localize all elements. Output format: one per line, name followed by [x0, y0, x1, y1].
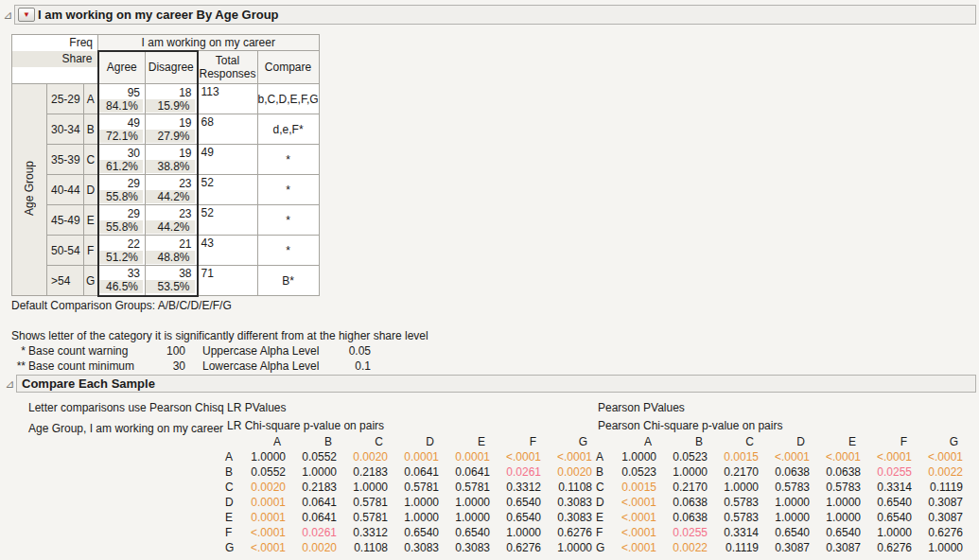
age-group-cell: 45-49: [47, 205, 84, 236]
lr-pvalue-cell: 0.0641: [445, 464, 496, 480]
disagree-count: 18: [146, 86, 197, 99]
total-responses-cell: 43: [198, 236, 258, 266]
disagree-count: 23: [146, 177, 197, 190]
pearson-pvalue-cell: 0.3314: [866, 480, 918, 495]
lr-row: B0.05521.00000.21830.06410.06410.02610.0…: [225, 464, 598, 480]
lr-pvalue-cell: 0.3083: [547, 495, 598, 510]
lr-pvalue-cell: 0.6540: [496, 495, 547, 510]
lr-column-header: C: [342, 434, 393, 449]
row-axis-label: Age Group: [23, 161, 36, 216]
pearson-row-label: A: [596, 449, 611, 464]
disagree-share: 38.8%: [146, 160, 195, 173]
lr-pvalue-cell: 1.0000: [342, 480, 393, 495]
compare-cell: B*: [257, 266, 319, 296]
compare-disclosure-triangle-icon[interactable]: ⊿: [4, 378, 16, 390]
minimum-label: Base count minimum: [28, 359, 159, 374]
comparison-variables: Age Group, I am working on my career: [28, 418, 224, 439]
pearson-column-header: B: [662, 434, 713, 449]
pearson-pvalue-cell: 0.6540: [764, 525, 815, 540]
disclosure-triangle-icon[interactable]: ⊿: [2, 9, 14, 21]
total-responses-cell: 49: [198, 145, 258, 175]
lr-pvalue-cell: 0.3083: [547, 510, 598, 525]
lr-corner: [225, 434, 240, 449]
agree-share: 46.5%: [99, 280, 144, 293]
lr-pvalue-cell: <.0001: [547, 449, 598, 464]
pearson-pvalue-cell: 0.3087: [815, 540, 866, 555]
table-row: 50-54F2251.2%2148.8%43*: [12, 236, 320, 266]
pearson-corner: [596, 434, 611, 449]
pearson-pvalue-cell: 0.0255: [662, 525, 713, 540]
lr-pvalue-cell: 1.0000: [393, 495, 445, 510]
lowercase-alpha-label: Lowercase Alpha Level: [202, 359, 341, 374]
report-title-box: ▼ I am working on my career By Age Group: [14, 5, 976, 25]
pearson-pvalue-cell: 0.5783: [764, 480, 815, 495]
pearson-pvalue-cell: 0.6540: [866, 510, 918, 525]
pearson-pvalue-cell: <.0001: [918, 449, 969, 464]
pearson-pvalue-cell: 0.6540: [866, 495, 918, 510]
lr-pvalue-cell: <.0001: [240, 525, 291, 540]
pearson-pvalue-cell: 0.3087: [764, 540, 815, 555]
lr-row: A1.00000.05520.00200.00010.0001<.0001<.0…: [225, 449, 598, 464]
pearson-pvalue-cell: 1.0000: [764, 495, 815, 510]
lr-row: C0.00200.21831.00000.57810.57810.33120.1…: [225, 480, 598, 495]
lr-pvalues-title: LR PValues: [225, 397, 598, 418]
lr-pvalue-cell: 0.2183: [342, 464, 393, 480]
span-header: I am working on my career: [98, 35, 320, 51]
pearson-pvalue-cell: <.0001: [866, 449, 918, 464]
pearson-pvalues-title: Pearson PValues: [596, 397, 969, 418]
lr-pvalue-cell: 0.0641: [291, 495, 342, 510]
lr-pvalue-cell: 0.0020: [547, 464, 598, 480]
agree-share: 72.1%: [99, 130, 144, 143]
red-triangle-menu-button[interactable]: ▼: [18, 8, 35, 22]
group-letter-cell: F: [84, 236, 98, 266]
table-row: 30-34B4972.1%1927.9%68d,e,F*: [12, 114, 320, 145]
agree-cell: 9584.1%: [98, 84, 146, 114]
pearson-pvalue-cell: <.0001: [611, 510, 662, 525]
lr-pvalue-cell: 0.6540: [445, 525, 496, 540]
pearson-pvalue-cell: <.0001: [611, 525, 662, 540]
agree-count: 30: [99, 147, 146, 160]
agree-count: 29: [99, 177, 146, 190]
disagree-share: 48.8%: [146, 251, 195, 264]
disagree-count: 21: [146, 237, 197, 251]
column-header-disagree: Disagree: [146, 51, 198, 84]
disagree-cell: 1815.9%: [146, 84, 198, 114]
lr-pvalue-cell: 0.0261: [291, 525, 342, 540]
compare-cell: b,C,D,E,F,G: [257, 84, 319, 114]
table-row: 35-39C3061.2%1938.8%49*: [12, 145, 320, 175]
pearson-pvalue-cell: 0.5783: [713, 510, 764, 525]
lr-pvalue-cell: 0.5781: [342, 510, 393, 525]
lr-row-label: E: [225, 510, 240, 525]
warning-star: *: [11, 343, 28, 359]
pearson-row: D<.00010.06380.57831.00001.00000.65400.3…: [596, 495, 969, 510]
compare-cell: d,e,F*: [257, 114, 319, 145]
pearson-pvalue-cell: 0.0638: [764, 464, 815, 480]
minimum-value: 30: [159, 359, 185, 374]
pearson-column-header: E: [815, 434, 866, 449]
lr-pvalue-cell: 1.0000: [291, 464, 342, 480]
total-responses-cell: 71: [198, 266, 258, 296]
lr-pvalue-cell: <.0001: [496, 449, 547, 464]
pearson-pvalue-cell: 1.0000: [918, 540, 969, 555]
lr-column-header: A: [240, 434, 291, 449]
pearson-row-label: B: [596, 464, 611, 480]
lr-pvalue-cell: 0.0001: [445, 449, 496, 464]
pearson-column-header: G: [918, 434, 969, 449]
base-count-minimum-row: ** Base count minimum 30 Lowercase Alpha…: [11, 359, 371, 374]
age-group-cell: 50-54: [47, 236, 84, 266]
lr-pvalue-cell: 0.6276: [547, 525, 598, 540]
lr-pvalue-cell: 0.1108: [342, 540, 393, 555]
pearson-row-label: G: [596, 540, 611, 555]
pearson-column-header: A: [611, 434, 662, 449]
pearson-pvalue-cell: 0.0255: [866, 464, 918, 480]
agree-cell: 3346.5%: [98, 266, 146, 296]
disagree-count: 38: [146, 267, 197, 280]
total-responses-cell: 68: [198, 114, 258, 145]
total-responses-cell: 113: [198, 84, 258, 114]
pearson-pvalue-cell: 0.0015: [611, 480, 662, 495]
lr-pvalue-cell: 1.0000: [496, 525, 547, 540]
significance-note: Shows letter of the category it is signi…: [11, 328, 428, 343]
group-letter-cell: D: [84, 175, 98, 205]
lr-row-label: B: [225, 464, 240, 480]
lr-pvalue-cell: 0.0261: [496, 464, 547, 480]
